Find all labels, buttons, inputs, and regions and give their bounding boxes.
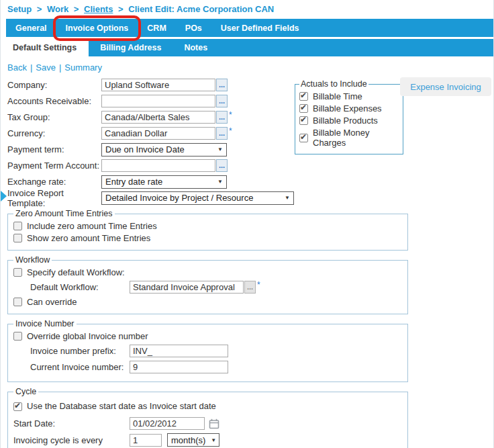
billable-expenses-label: Billable Expenses: [313, 103, 382, 114]
cycle-fieldset: Cycle Use the Database start date as Inv…: [7, 387, 408, 448]
tab-user-defined-fields[interactable]: User Defined Fields: [211, 19, 309, 37]
tab-invoice-options[interactable]: Invoice Options: [56, 19, 138, 37]
required-marker: *: [257, 281, 260, 288]
currency-row: Currency: ... *: [7, 127, 493, 140]
start-date-input[interactable]: [130, 417, 205, 430]
override-invoice-number-row: Override global Invoice number: [13, 331, 402, 341]
billable-expenses-row: Billable Expenses: [299, 103, 399, 114]
tab-billing-address[interactable]: Billing Address: [89, 39, 172, 56]
invoice-prefix-input[interactable]: [130, 345, 228, 357]
invoice-report-template-select[interactable]: Detailed Invoice by Project / Resource ▼: [101, 191, 294, 205]
use-db-start-date-label: Use the Database start date as Invoice s…: [27, 401, 216, 412]
tax-group-row: Tax Group: ... *: [7, 111, 493, 124]
payment-term-row: Payment term: Due on Invoice Date ▼: [7, 143, 493, 156]
invoice-number-legend: Invoice Number: [13, 319, 77, 328]
breadcrumb-separator: >: [74, 4, 79, 14]
invoice-options-form: Company: ... Accounts Receivable: ... Ta…: [1, 79, 493, 448]
payment-term-value: Due on Invoice Date: [105, 144, 185, 154]
accounts-receivable-browse-button[interactable]: ...: [216, 95, 228, 107]
can-override-label: Can override: [27, 297, 77, 307]
dropdown-arrow-icon: ▼: [217, 146, 223, 152]
actuals-legend: Actuals to Include: [299, 79, 368, 89]
invoicing-cycle-value-input[interactable]: [130, 434, 162, 447]
show-zero-label: Show zero amount Time Entries: [27, 233, 150, 243]
include-zero-label: Include zero amount Time Entries: [27, 221, 157, 231]
billable-time-label: Billable Time: [313, 91, 362, 101]
workflow-legend: Workflow: [13, 255, 52, 265]
company-browse-button[interactable]: ...: [216, 79, 228, 91]
default-workflow-row: Default Workflow: ... *: [13, 281, 402, 294]
tax-group-browse-button[interactable]: ...: [216, 111, 228, 124]
breadcrumb-separator: >: [118, 4, 124, 14]
breadcrumb-client-edit: Client Edit: Acme Corporation CAN: [128, 4, 274, 14]
tab-general[interactable]: General: [6, 19, 56, 37]
billable-money-charges-row: Billable Money Charges: [299, 128, 399, 148]
billable-money-charges-checkbox[interactable]: [299, 134, 308, 142]
link-divider: |: [59, 62, 61, 73]
payment-term-account-browse-button[interactable]: ...: [216, 159, 228, 172]
company-label: Company:: [7, 80, 101, 90]
tab-pos[interactable]: POs: [176, 19, 211, 37]
payment-term-label: Payment term:: [7, 144, 101, 154]
billable-products-label: Billable Products: [313, 116, 378, 126]
save-link[interactable]: Save: [36, 62, 56, 73]
invoicing-cycle-label: Invoicing cycle is every: [13, 435, 130, 445]
default-workflow-browse-button: ...: [244, 281, 256, 294]
invoice-report-template-label: Invoice Report Template:: [7, 188, 101, 208]
tax-group-input[interactable]: [101, 111, 215, 124]
zero-amount-legend: Zero Amount Time Entries: [13, 209, 115, 218]
invoice-report-template-row: Invoice Report Template: Detailed Invoic…: [7, 191, 493, 204]
billable-expenses-checkbox[interactable]: [299, 104, 308, 113]
expense-invoicing-button[interactable]: Expense Invoicing: [400, 77, 491, 96]
exchange-rate-row: Exchange rate: Entry date rate ▼: [7, 175, 493, 188]
dropdown-arrow-icon: ▼: [217, 179, 223, 185]
action-links: Back|Save|Summary: [7, 62, 493, 73]
show-zero-checkbox[interactable]: [13, 234, 22, 242]
invoice-number-fieldset: Invoice Number Override global Invoice n…: [7, 319, 408, 382]
primary-tab-bar: General Invoice Options CRM POs User Def…: [6, 19, 493, 37]
client-edit-page: Setup > Work > Clients > Client Edit: Ac…: [0, 0, 494, 448]
invoice-report-template-value: Detailed Invoice by Project / Resource: [105, 193, 253, 203]
breadcrumb-setup[interactable]: Setup: [7, 4, 32, 14]
cycle-legend: Cycle: [13, 387, 38, 396]
payment-term-account-input[interactable]: [101, 159, 215, 172]
payment-term-account-label: Payment Term Account:: [7, 161, 101, 171]
tab-crm[interactable]: CRM: [138, 19, 175, 37]
currency-input[interactable]: [101, 127, 215, 140]
secondary-tab-bar: Default Settings Billing Address Notes: [1, 39, 493, 56]
override-invoice-number-checkbox[interactable]: [13, 332, 22, 341]
tab-default-settings[interactable]: Default Settings: [1, 39, 89, 56]
use-db-start-date-row: Use the Database start date as Invoice s…: [13, 401, 402, 412]
billable-products-checkbox[interactable]: [299, 116, 308, 125]
start-date-row: Start Date:: [13, 417, 402, 430]
can-override-checkbox[interactable]: [13, 298, 22, 306]
specify-workflow-label: Specify default Workflow:: [27, 267, 125, 277]
use-db-start-date-checkbox[interactable]: [13, 402, 22, 411]
summary-link[interactable]: Summary: [64, 62, 102, 73]
breadcrumb-work[interactable]: Work: [47, 4, 68, 14]
invoicing-cycle-unit-select[interactable]: month(s) ▼: [167, 433, 219, 447]
back-link[interactable]: Back: [7, 62, 27, 73]
calendar-icon[interactable]: [209, 418, 219, 429]
invoicing-cycle-unit-value: month(s): [171, 435, 205, 445]
tab-notes[interactable]: Notes: [172, 39, 219, 56]
accounts-receivable-label: Accounts Receivable:: [7, 96, 101, 106]
invoice-prefix-label: Invoice number prefix:: [30, 346, 130, 356]
payment-term-select[interactable]: Due on Invoice Date ▼: [101, 143, 227, 156]
dropdown-arrow-icon: ▼: [285, 195, 290, 201]
billable-time-checkbox[interactable]: [299, 92, 308, 101]
include-zero-row: Include zero amount Time Entries: [13, 221, 402, 231]
include-zero-checkbox[interactable]: [13, 222, 22, 230]
actuals-to-include-fieldset: Actuals to Include Billable Time Billabl…: [295, 79, 403, 154]
tab-invoice-options-label: Invoice Options: [66, 24, 129, 33]
specify-workflow-checkbox[interactable]: [13, 268, 22, 277]
current-invoice-number-input[interactable]: [130, 361, 228, 373]
accounts-receivable-input[interactable]: [101, 95, 215, 107]
default-workflow-label: Default Workflow:: [30, 282, 130, 292]
default-workflow-input[interactable]: [130, 281, 244, 294]
exchange-rate-label: Exchange rate:: [7, 177, 101, 187]
currency-browse-button[interactable]: ...: [216, 127, 228, 140]
exchange-rate-select[interactable]: Entry date rate ▼: [101, 175, 227, 189]
breadcrumb-clients[interactable]: Clients: [84, 4, 113, 14]
company-input[interactable]: [101, 79, 215, 91]
